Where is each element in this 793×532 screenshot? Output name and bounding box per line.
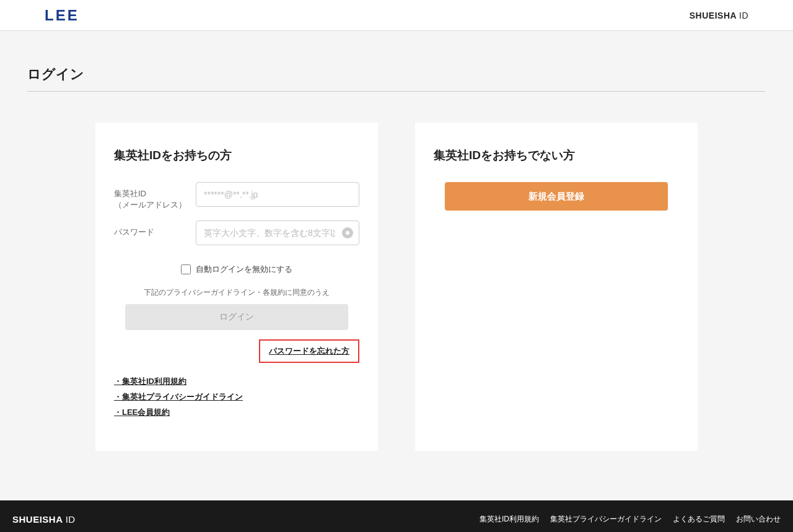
register-button[interactable]: 新規会員登録 — [445, 182, 668, 211]
login-panel: 集英社IDをお持ちの方 集英社ID （メールアドレス） パスワード — [95, 123, 378, 451]
register-panel: 集英社IDをお持ちでない方 新規会員登録 — [415, 123, 698, 451]
id-input[interactable] — [196, 182, 359, 207]
shueisha-id-brand[interactable]: SHUEISHA ID — [690, 11, 748, 20]
forgot-password-link[interactable]: パスワードを忘れた方 — [259, 339, 359, 363]
panels: 集英社IDをお持ちの方 集英社ID （メールアドレス） パスワード — [27, 123, 766, 500]
terms-link-id[interactable]: ・集英社ID利用規約 — [114, 374, 359, 390]
consent-text: 下記のプライバシーガイドライン・各規約に同意のうえ — [114, 287, 359, 298]
password-label: パスワード — [114, 220, 188, 238]
footer-link-terms[interactable]: 集英社ID利用規約 — [480, 514, 539, 525]
eye-icon[interactable] — [342, 227, 353, 238]
header: LEE SHUEISHA ID — [0, 0, 793, 31]
terms-link-privacy[interactable]: ・集英社プライバシーガイドライン — [114, 390, 359, 405]
terms-links: ・集英社ID利用規約 ・集英社プライバシーガイドライン ・LEE会員規約 — [114, 374, 359, 420]
login-button[interactable]: ログイン — [125, 304, 348, 330]
disable-auto-login-label: 自動ログインを無効にする — [196, 264, 292, 275]
id-label: 集英社ID （メールアドレス） — [114, 182, 188, 211]
disable-auto-login-checkbox[interactable] — [181, 264, 191, 274]
login-panel-title: 集英社IDをお持ちの方 — [114, 147, 359, 164]
page-title: ログイン — [27, 31, 766, 92]
footer-link-contact[interactable]: お問い合わせ — [736, 514, 781, 525]
footer-link-privacy[interactable]: 集英社プライバシーガイドライン — [550, 514, 662, 525]
footer-logo[interactable]: SHUEISHA ID — [12, 514, 76, 525]
register-panel-title: 集英社IDをお持ちでない方 — [434, 147, 679, 164]
terms-link-lee[interactable]: ・LEE会員規約 — [114, 405, 359, 421]
lee-logo[interactable]: LEE — [45, 7, 79, 24]
footer: SHUEISHA ID 集英社ID利用規約 集英社プライバシーガイドライン よく… — [0, 500, 793, 532]
footer-links: 集英社ID利用規約 集英社プライバシーガイドライン よくあるご質問 お問い合わせ — [480, 514, 781, 525]
footer-link-faq[interactable]: よくあるご質問 — [673, 514, 725, 525]
password-input[interactable] — [196, 220, 359, 245]
